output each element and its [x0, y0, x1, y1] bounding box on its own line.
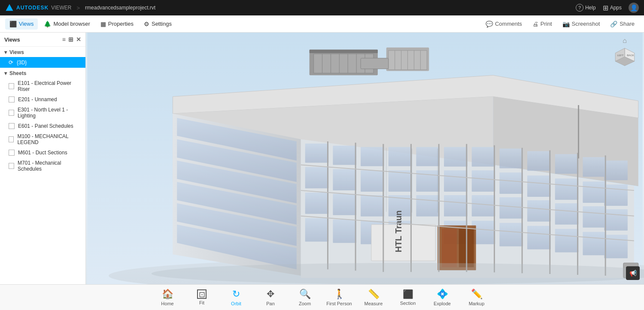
- svg-rect-44: [555, 154, 579, 174]
- sidebar-header: Views ≡ ⊞ ✕: [0, 33, 85, 47]
- screenshot-icon: 📷: [562, 21, 570, 27]
- sidebar-item-e601[interactable]: E601 - Panel Schedules: [0, 121, 85, 131]
- properties-button[interactable]: ▦ Properties: [96, 18, 138, 30]
- svg-rect-39: [416, 147, 440, 166]
- svg-rect-43: [527, 151, 551, 171]
- svg-text:LEFT: LEFT: [617, 54, 623, 57]
- list-view-icon[interactable]: ≡: [62, 36, 66, 43]
- sidebar-item-m701[interactable]: M701 - Mechanical Schedules: [0, 158, 85, 174]
- share-button[interactable]: 🔗 Share: [606, 18, 639, 30]
- home-tool-button[interactable]: 🏠 Home: [150, 286, 185, 310]
- svg-rect-85: [442, 229, 457, 268]
- top-right-nav: ? Help ⊞ Apps 👤: [576, 3, 639, 13]
- section-tool-button[interactable]: ⬛ Section: [391, 286, 425, 310]
- print-button[interactable]: 🖨 Print: [528, 18, 556, 30]
- breadcrumb-separator: >: [76, 5, 80, 11]
- svg-rect-4: [310, 50, 378, 53]
- settings-button[interactable]: ⚙ Settings: [140, 18, 176, 30]
- sidebar-item-e601-label: E601 - Panel Schedules: [18, 123, 73, 129]
- 3d-view-icon: ⟳: [9, 59, 13, 66]
- first-person-tool-icon: 🚶: [334, 289, 345, 300]
- apps-icon: ⊞: [603, 4, 608, 12]
- svg-rect-60: [333, 194, 356, 215]
- views-tab-button[interactable]: ⬛ Views: [5, 18, 38, 30]
- sidebar-item-e201[interactable]: E201 - Unnamed: [0, 94, 85, 105]
- sheet-m701-icon: [9, 163, 14, 169]
- comments-button[interactable]: 💬 Comments: [481, 18, 526, 30]
- 3d-viewer[interactable]: HTL Traun: [86, 33, 644, 284]
- markup-tool-button[interactable]: ✏️ Markup: [459, 286, 494, 310]
- fit-tool-button[interactable]: ⊡ Fit: [185, 286, 219, 310]
- sheets-section-header[interactable]: ▾ Sheets: [0, 68, 85, 78]
- sheet-e201-icon: [9, 96, 15, 102]
- svg-rect-57: [583, 181, 606, 203]
- help-button[interactable]: ? Help: [576, 4, 596, 12]
- sheets-chevron-icon: ▾: [4, 70, 7, 76]
- zoom-tool-label: Zoom: [299, 301, 311, 306]
- sidebar-title: Views: [4, 36, 20, 43]
- svg-rect-52: [444, 170, 468, 192]
- svg-rect-42: [499, 149, 523, 169]
- pan-tool-button[interactable]: ✥ Pan: [253, 286, 288, 310]
- sidebar-panel: Views ≡ ⊞ ✕ ▾ Views ⟳ {3D} ▾ Sheets E101…: [0, 33, 86, 284]
- svg-rect-54: [499, 172, 523, 194]
- svg-text:BACK: BACK: [627, 54, 634, 57]
- svg-rect-80: [583, 232, 606, 256]
- svg-rect-49: [361, 170, 384, 192]
- svg-rect-67: [527, 200, 551, 222]
- sidebar-item-m601[interactable]: M601 - Duct Sections: [0, 147, 85, 158]
- model-browser-label: Model browser: [53, 21, 90, 27]
- autodesk-logo-icon: [5, 3, 14, 12]
- svg-rect-78: [527, 226, 551, 250]
- svg-rect-81: [604, 235, 628, 259]
- share-icon: 🔗: [610, 21, 617, 27]
- explode-tool-label: Explode: [434, 301, 451, 306]
- svg-rect-46: [604, 160, 628, 180]
- sidebar-item-m701-label: M701 - Mechanical Schedules: [18, 160, 81, 172]
- svg-rect-68: [555, 203, 579, 225]
- model-browser-button[interactable]: 🌲 Model browser: [39, 18, 94, 30]
- apps-button[interactable]: ⊞ Apps: [603, 4, 622, 12]
- feedback-icon: 📢: [629, 270, 637, 277]
- first-person-tool-button[interactable]: 🚶 First Person: [322, 286, 356, 310]
- section-tool-label: Section: [400, 301, 416, 306]
- sheet-m100-icon: [9, 136, 14, 142]
- measure-tool-button[interactable]: 📏 Measure: [356, 286, 391, 310]
- settings-icon: ⚙: [144, 21, 149, 27]
- home-view-icon[interactable]: ⌂: [623, 37, 627, 45]
- svg-rect-82: [371, 225, 435, 261]
- orbit-tool-icon: ↻: [232, 289, 240, 300]
- svg-rect-48: [333, 169, 356, 190]
- print-icon: 🖨: [532, 21, 538, 27]
- markup-tool-label: Markup: [469, 301, 485, 306]
- user-avatar[interactable]: 👤: [629, 3, 639, 13]
- print-label: Print: [541, 21, 552, 27]
- svg-rect-64: [444, 195, 468, 217]
- svg-rect-63: [416, 195, 440, 217]
- sidebar-item-e301[interactable]: E301 - North Level 1 - Lighting: [0, 105, 85, 121]
- zoom-tool-button[interactable]: 🔍 Zoom: [288, 286, 322, 310]
- svg-rect-77: [499, 223, 523, 247]
- navigation-cube[interactable]: ⌂ BACK LEFT: [610, 37, 640, 67]
- sheet-e601-icon: [9, 123, 15, 129]
- sheets-section-label: Sheets: [9, 70, 26, 76]
- orbit-tool-button[interactable]: ↻ Orbit: [219, 286, 253, 310]
- screenshot-button[interactable]: 📷 Screenshot: [558, 18, 605, 30]
- explode-tool-button[interactable]: 💠 Explode: [425, 286, 459, 310]
- close-sidebar-icon[interactable]: ✕: [76, 36, 81, 43]
- feedback-button[interactable]: 📢: [626, 266, 640, 280]
- views-section-header[interactable]: ▾ Views: [0, 47, 85, 57]
- apps-label: Apps: [610, 5, 622, 11]
- sidebar-item-m100[interactable]: M100 - MECHANICAL LEGEND: [0, 131, 85, 147]
- sidebar-item-e101[interactable]: E101 - Electrical Power Riser: [0, 78, 85, 94]
- views-section-label: Views: [9, 49, 24, 55]
- sidebar-item-e301-label: E301 - North Level 1 - Lighting: [18, 107, 81, 119]
- help-label: Help: [585, 5, 596, 11]
- toolbar-right-section: 💬 Comments 🖨 Print 📷 Screenshot 🔗 Share: [481, 18, 639, 30]
- svg-rect-66: [499, 197, 523, 219]
- svg-rect-79: [555, 229, 579, 253]
- sidebar-item-3d[interactable]: ⟳ {3D}: [0, 57, 85, 68]
- zoom-tool-icon: 🔍: [299, 289, 311, 300]
- grid-view-icon[interactable]: ⊞: [68, 36, 73, 43]
- svg-rect-53: [472, 170, 495, 192]
